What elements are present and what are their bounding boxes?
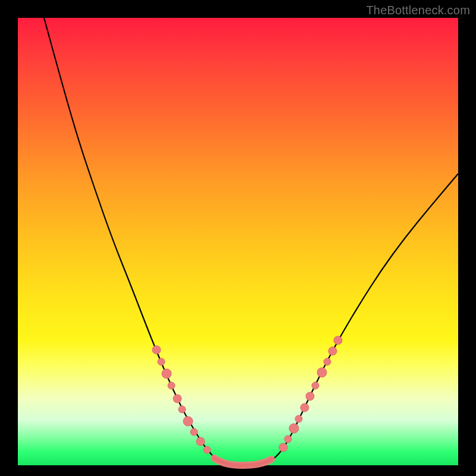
watermark-text: TheBottleneck.com: [366, 4, 470, 17]
scatter-dot: [178, 406, 186, 413]
scatter-dot: [328, 347, 337, 355]
scatter-dot: [295, 415, 302, 422]
scatter-dot: [284, 436, 292, 443]
scatter-dot: [334, 336, 342, 345]
scatter-dot: [162, 369, 171, 378]
scatter-dot: [158, 358, 165, 365]
scatter-dot: [300, 403, 309, 412]
scatter-dot: [279, 443, 287, 452]
gradient-plot-area: [18, 18, 458, 465]
scatter-dot: [289, 424, 299, 433]
scatter-dot: [312, 382, 319, 389]
chart-svg: [18, 18, 458, 465]
scatter-dot: [196, 437, 205, 446]
scatter-dot: [324, 358, 331, 365]
scatter-dot: [168, 382, 175, 389]
scatter-dot: [183, 416, 193, 426]
left-curve: [44, 18, 220, 463]
scatter-dots: [152, 336, 342, 453]
scatter-dot: [306, 392, 314, 400]
scatter-dot: [173, 394, 181, 403]
scatter-dot: [203, 446, 211, 453]
scatter-dot: [152, 346, 161, 354]
scatter-dot: [190, 428, 198, 436]
scatter-dot: [317, 368, 327, 377]
